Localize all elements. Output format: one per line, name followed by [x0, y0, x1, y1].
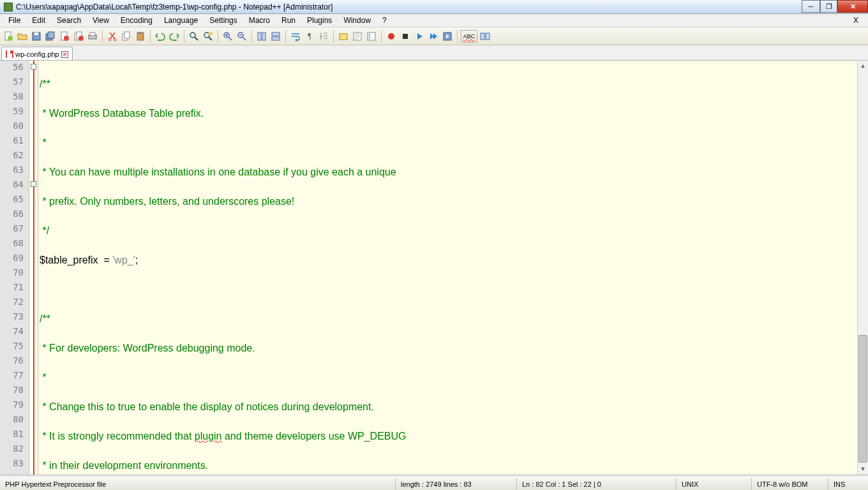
status-bar: PHP Hypertext Preprocessor file length :…	[0, 478, 868, 490]
menu-search[interactable]: Search	[51, 15, 87, 26]
stop-macro-icon[interactable]	[399, 30, 412, 43]
minimize-button[interactable]: ─	[802, 0, 820, 13]
svg-point-20	[204, 33, 209, 38]
redo-icon[interactable]	[168, 30, 181, 43]
open-file-icon[interactable]	[16, 30, 29, 43]
compare-icon[interactable]	[479, 30, 491, 43]
doc-map-icon[interactable]	[351, 30, 364, 43]
svg-point-7	[64, 36, 69, 41]
function-list-icon[interactable]	[365, 30, 378, 43]
new-file-icon[interactable]	[2, 30, 15, 43]
title-bar: C:\Users\xapapag\AppData\Local\Temp\fz3t…	[0, 0, 868, 14]
line-number-gutter: 56 57 58 59 60 61 62 63 64 65 66 67 68 6…	[0, 61, 29, 475]
fold-column: - -	[29, 61, 38, 475]
menu-run[interactable]: Run	[276, 15, 301, 26]
replace-icon[interactable]	[202, 30, 214, 43]
tab-bar: wp-config.php ✕	[0, 45, 868, 61]
svg-rect-25	[262, 33, 266, 40]
svg-point-32	[369, 36, 370, 37]
cut-icon[interactable]	[106, 30, 119, 43]
close-all-icon[interactable]	[72, 30, 85, 43]
svg-rect-18	[138, 32, 142, 34]
status-filetype: PHP Hypertext Preprocessor file	[0, 479, 396, 490]
menu-file[interactable]: File	[3, 15, 26, 26]
play-macro-icon[interactable]	[413, 30, 426, 43]
zoom-in-icon[interactable]	[221, 30, 234, 43]
svg-rect-3	[34, 33, 38, 35]
svg-rect-12	[90, 33, 95, 36]
show-all-chars-icon[interactable]: ¶	[303, 30, 316, 43]
status-position: Ln : 82 Col : 1 Sel : 22 | 0	[517, 479, 677, 490]
menu-help[interactable]: ?	[377, 15, 393, 26]
svg-rect-38	[486, 33, 490, 40]
scroll-up-icon[interactable]: ▲	[858, 61, 868, 71]
svg-rect-37	[481, 33, 484, 40]
svg-rect-24	[258, 33, 261, 40]
svg-rect-30	[368, 33, 375, 40]
tab-close-icon[interactable]: ✕	[61, 51, 68, 58]
spellcheck-icon[interactable]: ABC	[461, 30, 477, 43]
svg-point-31	[369, 34, 370, 35]
svg-point-34	[388, 33, 394, 40]
folder-as-workspace-icon[interactable]	[337, 30, 350, 43]
svg-point-19	[190, 33, 195, 38]
sync-h-icon[interactable]	[269, 30, 282, 43]
record-macro-icon[interactable]	[385, 30, 398, 43]
svg-rect-27	[272, 37, 280, 40]
close-button[interactable]: ✕	[837, 0, 868, 13]
status-eol: UNIX	[677, 479, 752, 490]
status-length: length : 2749 lines : 83	[396, 479, 517, 490]
svg-point-1	[8, 36, 13, 41]
toolbar: ¶ ABC	[0, 27, 868, 45]
svg-point-33	[369, 38, 370, 39]
print-icon[interactable]	[86, 30, 99, 43]
window-controls: ─ ❐ ✕	[802, 0, 868, 13]
tab-wp-config[interactable]: wp-config.php ✕	[1, 47, 73, 60]
undo-icon[interactable]	[154, 30, 167, 43]
save-macro-icon[interactable]	[441, 30, 454, 43]
sync-v-icon[interactable]	[255, 30, 268, 43]
save-all-icon[interactable]	[44, 30, 57, 43]
fold-toggle-icon[interactable]: -	[31, 64, 36, 70]
code-text-area[interactable]: /** * WordPress Database Table prefix. *…	[38, 61, 857, 475]
vertical-scrollbar[interactable]: ▲ ▼	[857, 61, 868, 475]
svg-rect-5	[48, 32, 54, 38]
paste-icon[interactable]	[134, 30, 147, 43]
svg-rect-21	[209, 32, 213, 35]
svg-rect-26	[272, 33, 280, 36]
app-icon	[4, 3, 13, 11]
svg-rect-28	[340, 34, 347, 40]
menu-plugins[interactable]: Plugins	[301, 15, 338, 26]
menu-bar: File Edit Search View Encoding Language …	[0, 14, 868, 27]
fold-toggle-icon[interactable]: -	[31, 181, 36, 187]
mdi-close-button[interactable]: X	[848, 15, 864, 26]
indent-guide-icon[interactable]	[317, 30, 330, 43]
menu-language[interactable]: Language	[158, 15, 204, 26]
maximize-button[interactable]: ❐	[820, 0, 837, 13]
copy-icon[interactable]	[120, 30, 133, 43]
tab-label: wp-config.php	[15, 50, 59, 58]
close-file-icon[interactable]	[58, 30, 71, 43]
menu-edit[interactable]: Edit	[26, 15, 51, 26]
menu-macro[interactable]: Macro	[243, 15, 276, 26]
find-icon[interactable]	[188, 30, 200, 43]
menu-view[interactable]: View	[87, 15, 115, 26]
wordwrap-icon[interactable]	[289, 30, 302, 43]
status-insert-mode: INS	[828, 479, 868, 490]
svg-rect-35	[403, 34, 408, 39]
svg-rect-16	[124, 32, 130, 38]
menu-encoding[interactable]: Encoding	[115, 15, 158, 26]
editor-area: 56 57 58 59 60 61 62 63 64 65 66 67 68 6…	[0, 61, 868, 475]
file-modified-icon	[6, 50, 13, 58]
window-title: C:\Users\xapapag\AppData\Local\Temp\fz3t…	[16, 3, 333, 11]
scroll-thumb[interactable]	[858, 335, 867, 463]
menu-settings[interactable]: Settings	[204, 15, 243, 26]
zoom-out-icon[interactable]	[236, 30, 248, 43]
svg-point-10	[79, 36, 84, 41]
play-multi-icon[interactable]	[427, 30, 440, 43]
status-encoding: UTF-8 w/o BOM	[752, 479, 828, 490]
save-icon[interactable]	[30, 30, 43, 43]
scroll-down-icon[interactable]: ▼	[858, 464, 868, 475]
menu-window[interactable]: Window	[338, 15, 377, 26]
